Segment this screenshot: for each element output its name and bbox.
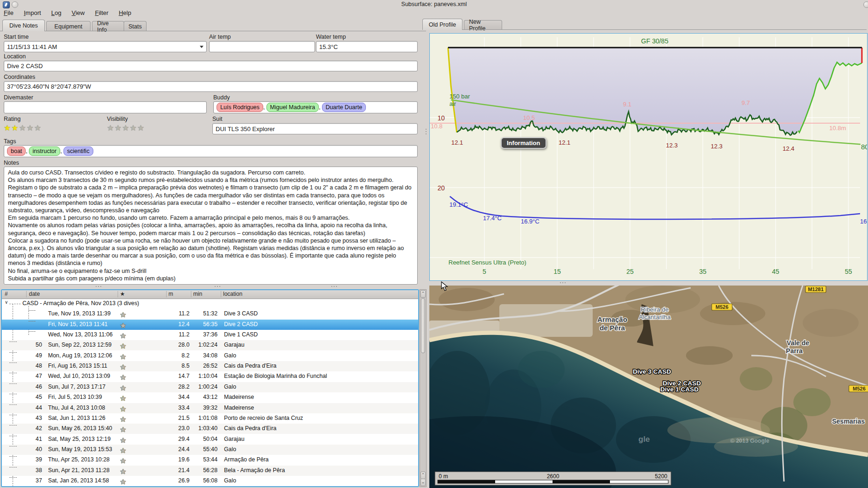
scroll-up-button[interactable]: ⌃: [420, 472, 426, 479]
dive-duration: 56:35: [190, 321, 217, 328]
tree-line: [28, 310, 35, 311]
dive-row-dive-2-casd[interactable]: Fri, Nov 15, 2013 11:41★★★★★12.456:35Div…: [2, 320, 418, 330]
dive-list-scrollbar[interactable]: ⌃ ⌃ ⌄: [420, 289, 427, 487]
expander-icon[interactable]: ∨: [5, 300, 8, 305]
dive-location: Estação de Biologia Marinha do Funchal: [224, 373, 327, 379]
pill-duarte-duarte[interactable]: Duarte Duarte: [322, 103, 366, 112]
dive-site-marker[interactable]: Dive 3 CASD: [633, 368, 671, 375]
profile-label: 25: [626, 268, 634, 275]
suit-field[interactable]: DUI TLS 350 Explorer: [212, 123, 418, 134]
dive-row-41[interactable]: 41Sat, May 25, 2013 12:19★★★★★29.450:04G…: [2, 434, 418, 445]
menu-import[interactable]: Import: [24, 9, 41, 16]
menu-filter[interactable]: Filter: [95, 9, 108, 16]
pill-boat[interactable]: boat: [7, 146, 26, 156]
menu-log[interactable]: Log: [51, 9, 62, 16]
star-icon: ★: [120, 332, 126, 340]
notes-textarea[interactable]: Aula do curso CASD. Transectos c/video e…: [4, 167, 418, 285]
tags-field[interactable]: boat,instructor,scientific: [4, 145, 418, 157]
dive-duration: 1:02:24: [190, 342, 217, 348]
scroll-down-button[interactable]: ⌄: [420, 479, 426, 486]
dive-row-49[interactable]: 49Mon, Aug 19, 2013 12:06★★★★★8.234:08Ga…: [2, 351, 418, 361]
menu-view[interactable]: View: [72, 9, 85, 16]
buddy-label: Buddy: [213, 94, 230, 101]
coordinates-field[interactable]: 37°05'23.460"N 8°20'47.879"W: [4, 81, 418, 92]
start-time-combobox[interactable]: 11/15/13 11:41 AM: [4, 41, 207, 52]
dive-row-37[interactable]: 37Sat, Jan 26, 2013 14:58★★★★★26.956:08G…: [2, 476, 418, 486]
pill-miguel-madureira[interactable]: Miguel Madureira: [266, 103, 319, 112]
star-icon: ★: [120, 478, 126, 486]
dive-row-45[interactable]: 45Fri, Jul 5, 2013 10:39★★★★★34.443:12Ma…: [2, 392, 418, 403]
menu-file[interactable]: File: [4, 9, 14, 16]
dive-row-dive-1-casd[interactable]: Wed, Nov 13, 2013 11:06★★★★★11.237:36Div…: [2, 330, 418, 340]
tree-line: [28, 321, 35, 321]
dive-row-dive-3-casd[interactable]: Tue, Nov 19, 2013 11:39★★★★★11.251:32Div…: [2, 309, 418, 319]
profile-label: 45: [772, 268, 779, 275]
tab-stats[interactable]: Stats: [124, 21, 147, 31]
dive-row-48[interactable]: 48Fri, Aug 16, 2013 15:11★★★★★8.526:52Ca…: [2, 361, 418, 371]
buddy-field[interactable]: Luís Rodrigues,Miguel Madureira,Duarte D…: [213, 101, 418, 113]
scrollbar-thumb[interactable]: [421, 298, 425, 353]
dive-date: Sun, May 19, 2013 15:53: [48, 446, 112, 453]
splitter-handle[interactable]: [560, 282, 567, 284]
information-tooltip[interactable]: Information: [501, 137, 546, 149]
visibility-stars[interactable]: ★★★★★: [107, 123, 145, 133]
pill-scientific[interactable]: scientific: [63, 146, 93, 156]
dive-row-40[interactable]: 40Sun, May 19, 2013 15:53★★★★★24.455:40G…: [2, 445, 418, 455]
tab-new-profile[interactable]: New Profile: [464, 20, 502, 30]
dive-row-36[interactable]: 36Sun, Jan 20, 2013 12:33★★★★★21.758:36C…: [2, 486, 418, 487]
water-temp-field[interactable]: 15.3°C: [316, 41, 418, 52]
profile-label: 55: [845, 268, 852, 275]
dive-site-map[interactable]: Armaçãode PêraRibeira deAlcantarilhaVale…: [429, 286, 868, 488]
splitter-handle[interactable]: [96, 286, 102, 287]
start-time-label: Start time: [4, 34, 29, 40]
tab-dive-notes[interactable]: Dive Notes: [2, 20, 45, 31]
dive-date: Sun, May 26, 2013 15:40: [48, 425, 112, 432]
dive-depth: 8.2: [158, 352, 189, 359]
pill-luís-rodrigues[interactable]: Luís Rodrigues: [217, 103, 263, 112]
dive-location: Garajau: [224, 436, 245, 442]
dive-duration: 53:44: [190, 456, 217, 463]
suit-value: DUI TLS 350 Explorer: [216, 125, 275, 132]
divemaster-field[interactable]: [4, 101, 207, 113]
dive-date: Fri, Nov 15, 2013 11:41: [48, 321, 108, 328]
splitter-handle[interactable]: [331, 286, 338, 287]
location-field[interactable]: Dive 2 CASD: [4, 61, 418, 71]
dive-number: 50: [2, 342, 42, 348]
tab-equipment[interactable]: Equipment: [46, 21, 91, 31]
dive-row-47[interactable]: 47Wed, Jul 10, 2013 13:09★★★★★14.71:10:0…: [2, 371, 418, 382]
menu-help[interactable]: Help: [119, 9, 131, 16]
pill-instructor[interactable]: instructor: [29, 146, 60, 156]
dive-trip-row[interactable]: ∨CASD - Armação de Pêra, Nov 2013 (3 div…: [2, 299, 418, 309]
road-shield: M526: [712, 304, 732, 310]
splitter-handle[interactable]: [215, 286, 221, 287]
dive-row-42[interactable]: 42Sun, May 26, 2013 15:40★★★★★23.01:03:4…: [2, 424, 418, 434]
dive-number: 47: [2, 373, 42, 379]
rating-stars[interactable]: ★★★★★: [4, 123, 42, 133]
dive-number: 38: [2, 467, 42, 474]
dive-row-50[interactable]: 50Sun, Sep 22, 2013 12:59★★★★★28.01:02:2…: [2, 340, 418, 350]
air-temp-field[interactable]: [209, 41, 315, 52]
dive-row-43[interactable]: 43Sat, Jun 1, 2013 11:26★★★★★21.51:01:08…: [2, 413, 418, 424]
coordinates-value: 37°05'23.460"N 8°20'47.879"W: [7, 83, 91, 90]
dive-location: Madeirense: [224, 404, 254, 411]
dive-date: Wed, Jul 10, 2013 13:09: [48, 373, 110, 379]
menu-bar: FileImportLogViewFilterHelp: [4, 8, 141, 17]
dive-row-39[interactable]: 39Thu, Apr 25, 2013 10:28★★★★★19.653:44A…: [2, 455, 418, 465]
dive-row-46[interactable]: 46Sun, Jul 7, 2013 17:17★★★★★28.21:00:24…: [2, 382, 418, 392]
dive-site-marker[interactable]: Dive 1 CASD: [660, 386, 699, 393]
dive-depth: 29.4: [158, 436, 189, 442]
dive-date: Sat, Jan 26, 2013 14:58: [48, 477, 109, 484]
dive-row-38[interactable]: 38Sun, Apr 21, 2013 11:28★★★★★21.456:28B…: [2, 466, 418, 476]
splitter-handle[interactable]: [426, 129, 427, 135]
star-icon: ★: [11, 124, 19, 132]
map-place-label: Armação: [597, 315, 627, 323]
dive-duration: 43:12: [190, 394, 217, 400]
dive-row-44[interactable]: 44Thu, Jul 4, 2013 10:08★★★★★33.439:32Ma…: [2, 403, 418, 413]
scroll-up-button[interactable]: ⌃: [420, 290, 426, 298]
tab-old-profile[interactable]: Old Profile: [422, 19, 462, 30]
divemaster-label: Divemaster: [4, 94, 33, 101]
dive-depth: 34.4: [158, 394, 189, 400]
dive-location: Armação de Pêra: [224, 456, 269, 463]
dive-depth: 26.9: [158, 477, 189, 484]
tab-dive-info[interactable]: Dive Info: [92, 21, 124, 31]
